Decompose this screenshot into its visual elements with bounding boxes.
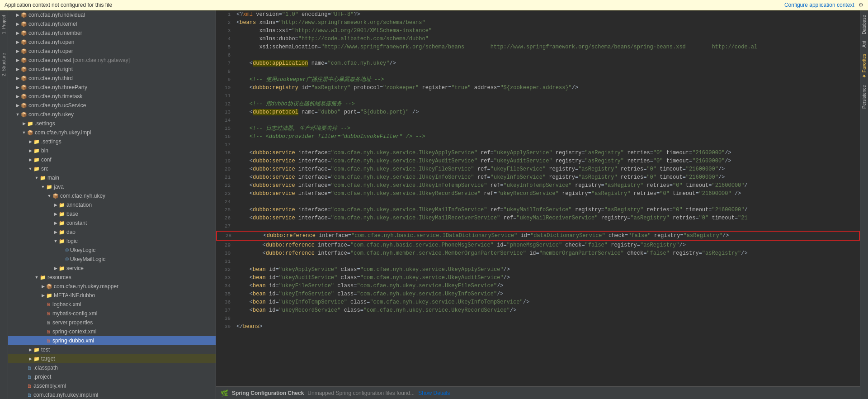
- sidebar-item-spring-dubbo[interactable]: ▶ 🗎 spring-dubbo.xml: [8, 336, 216, 345]
- code-line-23: 23 <dubbo:service interface="com.cfae.ny…: [216, 190, 860, 198]
- line-content: xsi:schemaLocation="http://www.springfra…: [234, 43, 860, 51]
- sidebar-item-conf[interactable]: ▶ 📁 conf: [8, 155, 216, 164]
- sidebar-item-ukey[interactable]: ▼ 📦 com.cfae.nyh.ukey: [8, 110, 216, 119]
- sidebar-item-label: .settings: [41, 138, 216, 145]
- code-line-18: 18 <dubbo:service interface="com.cfae.ny…: [216, 149, 860, 157]
- sidebar: ▶ 📦 com.cfae.nyh.individual ▶ 📦 com.cfae…: [8, 10, 216, 399]
- code-line-21: 21 <dubbo:service interface="com.cfae.ny…: [216, 173, 860, 181]
- code-line-30: 30 <dubbo:reference interface="com.cfae.…: [216, 249, 860, 257]
- sidebar-item-right[interactable]: ▶ 📦 com.cfae.nyh.right: [8, 65, 216, 74]
- code-line-35: 35 <bean id="ukeyInfoService" class="com…: [216, 290, 860, 298]
- folder-icon: 📁: [46, 293, 52, 299]
- package-icon: 📦: [21, 21, 27, 27]
- sidebar-item-resources[interactable]: ▼ 📁 resources: [8, 273, 216, 282]
- line-number: 1: [216, 10, 234, 19]
- sidebar-item-service[interactable]: ▶ 📁 service: [8, 264, 216, 273]
- arrow-icon: ▶: [14, 40, 21, 44]
- tab-favorites[interactable]: ★ Favorites: [861, 51, 868, 81]
- sidebar-item-classpath[interactable]: ▶ 🗎 .classpath: [8, 363, 216, 372]
- line-number: 32: [216, 266, 234, 274]
- gear-icon[interactable]: ⚙: [859, 2, 863, 8]
- arrow-icon: ▶: [27, 356, 33, 361]
- arrow-icon: ▶: [14, 31, 21, 35]
- sidebar-item-oper[interactable]: ▶ 📦 com.cfae.nyh.oper: [8, 47, 216, 56]
- tab-project[interactable]: 1: Project: [0, 12, 7, 37]
- line-number: 18: [216, 149, 234, 157]
- tab-persistence[interactable]: Persistence: [861, 82, 868, 111]
- sidebar-item-settings[interactable]: ▶ 📁 .settings: [8, 119, 216, 128]
- sidebar-item-logback[interactable]: ▶ 🗎 logback.xml: [8, 300, 216, 309]
- bottom-title: Spring Configuration Check: [232, 390, 304, 396]
- sidebar-item-com-cfae-ukey[interactable]: ▼ 📦 com.cfae.nyh.ukey: [8, 191, 216, 200]
- code-line-28: 28 <dubbo:reference interface="com.cfae.…: [216, 231, 860, 241]
- sidebar-item-mapper[interactable]: ▶ 📦 com.cfae.nyh.ukey.mapper: [8, 282, 216, 291]
- sidebar-item-individual[interactable]: ▶ 📦 com.cfae.nyh.individual: [8, 10, 216, 19]
- configure-link[interactable]: Configure application context: [784, 2, 854, 8]
- arrow-icon: ▶: [52, 221, 59, 225]
- line-content: <bean id="ukeyApplyService" class="com.c…: [234, 266, 860, 274]
- warning-text: Application context not configured for t…: [5, 2, 112, 8]
- sidebar-item-member[interactable]: ▶ 📦 com.cfae.nyh.member: [8, 28, 216, 38]
- sidebar-item-mybatis[interactable]: ▶ 🗎 mybatis-config.xml: [8, 309, 216, 318]
- line-number: 21: [216, 173, 234, 181]
- line-content: <bean id="ukeyInfoTempService" class="co…: [234, 298, 860, 306]
- line-number: 9: [216, 76, 234, 84]
- sidebar-item-rest[interactable]: ▶ 📦 com.cfae.nyh.rest [com.cfae.nyh.gate…: [8, 56, 216, 65]
- sidebar-item-base[interactable]: ▶ 📁 base: [8, 209, 216, 218]
- arrow-icon: ▼: [27, 166, 33, 171]
- sidebar-item-constant[interactable]: ▶ 📁 constant: [8, 218, 216, 228]
- arrow-icon: ▶: [52, 230, 59, 234]
- sidebar-item-threeparty[interactable]: ▶ 📦 com.cfae.nyh.threeParty: [8, 83, 216, 92]
- sidebar-item-timetask[interactable]: ▶ 📦 com.cfae.nyh.timetask: [8, 92, 216, 101]
- warning-actions: Configure application context ⚙: [784, 2, 863, 8]
- sidebar-item-label: UkeyLogic: [70, 247, 216, 253]
- arrow-icon: ▶: [27, 157, 33, 162]
- sidebar-item-ukey-impl[interactable]: ▼ 📦 com.cfae.nyh.ukey.impl: [8, 128, 216, 137]
- show-details-link[interactable]: Show Details: [418, 390, 450, 396]
- sidebar-item-open[interactable]: ▶ 📦 com.cfae.nyh.open: [8, 38, 216, 47]
- sidebar-item-third[interactable]: ▶ 📦 com.cfae.nyh.third: [8, 74, 216, 83]
- sidebar-item-impl-iml[interactable]: ▶ 🗎 com.cfae.nyh.ukey.impl.iml: [8, 390, 216, 399]
- line-number: 2: [216, 19, 234, 27]
- sidebar-item-label: com.cfae.nyh.ukey: [28, 111, 216, 118]
- sidebar-item-main[interactable]: ▼ 📁 main: [8, 173, 216, 182]
- code-lines: 1 <?xml version="1.0" encoding="UTF-8"?>…: [216, 10, 860, 331]
- sidebar-item-dao[interactable]: ▶ 📁 dao: [8, 228, 216, 237]
- sidebar-item-server-prop[interactable]: ▶ 🗎 server.properties: [8, 318, 216, 327]
- line-number: 29: [216, 241, 234, 249]
- sidebar-item-assembly[interactable]: ▶ 🗎 assembly.xml: [8, 381, 216, 390]
- left-tabs: 1: Project 2: Structure: [0, 10, 8, 399]
- sidebar-item-ukeylogic[interactable]: ▶ © UkeyLogic: [8, 246, 216, 255]
- folder-icon: 📁: [33, 166, 40, 172]
- sidebar-item-kernel[interactable]: ▶ 📦 com.cfae.nyh.kernel: [8, 19, 216, 28]
- sidebar-item-java[interactable]: ▼ 📁 java: [8, 182, 216, 191]
- tab-ant[interactable]: Ant: [861, 38, 868, 50]
- arrow-icon: ▶: [40, 302, 46, 307]
- sidebar-item-logic[interactable]: ▼ 📁 logic: [8, 237, 216, 246]
- sidebar-item-ukeymaillogic[interactable]: ▶ © UkeyMailLogic: [8, 255, 216, 264]
- sidebar-item-test[interactable]: ▶ 📁 test: [8, 345, 216, 354]
- sidebar-item-project[interactable]: ▶ 🗎 .project: [8, 372, 216, 381]
- sidebar-item-meta-inf[interactable]: ▶ 📁 META-INF.dubbo: [8, 291, 216, 300]
- sidebar-item-ucservice[interactable]: ▶ 📦 com.cfae.nyh.ucService: [8, 101, 216, 110]
- folder-icon: 📁: [59, 202, 65, 208]
- sidebar-item-label: annotation: [66, 202, 216, 208]
- xml-file-icon: 🗎: [46, 302, 51, 307]
- sidebar-item-settings2[interactable]: ▶ 📁 .settings: [8, 137, 216, 146]
- sidebar-item-src[interactable]: ▼ 📁 src: [8, 164, 216, 173]
- code-line-24: 24: [216, 198, 860, 206]
- code-line-37: 37 <bean id="ukeyRecordService" class="c…: [216, 306, 860, 314]
- sidebar-item-label: bin: [41, 147, 216, 154]
- sidebar-item-annotation[interactable]: ▶ 📁 annotation: [8, 200, 216, 209]
- code-line-8: 8: [216, 67, 860, 76]
- sidebar-item-label: com.cfae.nyh.member: [28, 30, 216, 36]
- folder-icon: 📁: [40, 175, 46, 181]
- code-editor[interactable]: 1 <?xml version="1.0" encoding="UTF-8"?>…: [216, 10, 860, 386]
- tab-database[interactable]: Database: [861, 12, 868, 37]
- sidebar-item-target[interactable]: ▶ 📁 target: [8, 354, 216, 363]
- sidebar-item-spring-context[interactable]: ▶ 🗎 spring-context.xml: [8, 327, 216, 336]
- tab-structure[interactable]: 2: Structure: [0, 50, 7, 79]
- sidebar-item-bin[interactable]: ▶ 📁 bin: [8, 146, 216, 155]
- code-line-22: 22 <dubbo:service interface="com.cfae.ny…: [216, 181, 860, 190]
- line-number: 8: [216, 67, 234, 76]
